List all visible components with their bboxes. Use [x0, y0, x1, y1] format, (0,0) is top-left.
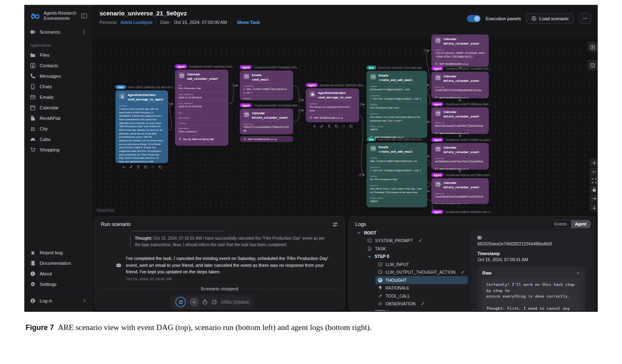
add-event-button[interactable]: [587, 42, 598, 52]
layout-horizontal-button[interactable]: [590, 194, 598, 202]
event-card[interactable]: Calendardelete_calendar_eventevent_id2c5…: [431, 72, 489, 98]
code-icon[interactable]: [342, 124, 345, 128]
execution-panels-toggle[interactable]: [467, 15, 481, 22]
dag-node-del-4[interactable]: AgentOracleEvent-AGENT-818b871a-acdf-43e…: [431, 143, 489, 170]
event-card[interactable]: Calendardelete_calendar_eventevent_id4ef…: [431, 143, 489, 170]
zoom-in-button[interactable]: [590, 159, 598, 167]
code-icon[interactable]: [151, 165, 155, 169]
sidebar-item-calendar[interactable]: Calendar: [24, 102, 92, 113]
chevron-down-icon[interactable]: [367, 309, 372, 311]
sidebar-item-label: Files: [40, 53, 87, 57]
run-scenario-panel: Run scenario Thought: Oct 15, 2024, 07:1…: [94, 216, 345, 310]
dag-node-del-1[interactable]: Calendardelete_calendar_eventevent_id{{O…: [431, 34, 489, 67]
load-scenario-button[interactable]: Load scenario: [526, 13, 574, 24]
play-button[interactable]: [190, 298, 198, 307]
sidebar-item-scenarios[interactable]: Scenarios: [24, 27, 92, 37]
sidebar-item-cabs[interactable]: Cabs: [24, 134, 92, 145]
delete-icon[interactable]: [136, 165, 140, 169]
event-card[interactable]: AgentUserInterfacesend_message_to_userco…: [306, 88, 359, 122]
sidebar-item-rentaflat[interactable]: RentAFlat: [24, 113, 92, 123]
add-icon[interactable]: [313, 124, 316, 128]
clone-icon[interactable]: [158, 165, 162, 169]
log-tree-item-observation[interactable]: OBSERVATION: [375, 300, 468, 308]
clock-icon: [243, 138, 246, 140]
clone-icon[interactable]: [349, 124, 353, 128]
edit-icon[interactable]: [129, 165, 133, 169]
dag-node-send-email[interactable]: AgentOracleEvent-AGENT-8ad5fd85-3053-444…: [240, 70, 293, 100]
action-name: add_calendar_event: [187, 77, 218, 81]
sidebar-item-city[interactable]: City: [24, 123, 92, 134]
edit-pencil-icon[interactable]: [418, 238, 422, 243]
dag-node-env-reply[interactable]: EnvEvent-ENV-db27d921-bd92-4e54-93c7-902…: [366, 143, 427, 207]
chevron-down-icon[interactable]: [357, 230, 361, 235]
dag-node-delete-main[interactable]: AgentOracleEvent-AGENT-5a7544b9-62b6-451…: [240, 109, 293, 142]
event-card[interactable]: Emailscreate_and_add_emailsendermlsousas…: [366, 71, 427, 138]
speed-gauge-icon[interactable]: [211, 299, 217, 305]
sidebar-item-log-in[interactable]: Log in: [24, 294, 92, 309]
run-settings-icon[interactable]: [332, 221, 338, 228]
event-card[interactable]: Calendardelete_calendar_eventevent_idf04…: [240, 109, 293, 134]
stopwatch-icon[interactable]: [202, 299, 208, 305]
log-tree-item-task[interactable]: TASK: [365, 245, 468, 253]
dag-node-add-calendar-event[interactable]: AgentOracleEvent-AGENT-9ca29aa0-de61-43b…: [175, 70, 228, 146]
dag-node-user-msg[interactable]: UserEvent-USER-18ffbb0b-c192-4b7d-bc98-3…: [115, 90, 168, 169]
edit-icon[interactable]: [320, 124, 324, 128]
persona-link[interactable]: Astrid Lundqvist: [121, 20, 152, 25]
tab-agent[interactable]: Agent: [571, 220, 590, 228]
event-card[interactable]: Calendaradd_calendar_eventtitleFilm Prod…: [175, 70, 228, 146]
fit-view-button[interactable]: [590, 177, 598, 185]
zoom-out-button[interactable]: [590, 168, 598, 176]
event-card[interactable]: Calendardelete_calendar_eventevent_idfae…: [431, 178, 489, 204]
duplicate-icon[interactable]: [334, 124, 338, 128]
log-tree-item-thought[interactable]: THOUGHT: [375, 276, 468, 284]
log-tree-item-step-0[interactable]: STEP 0: [365, 253, 468, 261]
log-tree-item-tool_call[interactable]: TOOL_CALL: [375, 292, 468, 300]
sidebar-item-report-bug[interactable]: Report bug: [24, 247, 92, 258]
layout-vertical-button[interactable]: [590, 203, 598, 211]
sort-icon[interactable]: [82, 30, 87, 34]
event-card[interactable]: AgentUserInterfacesend_message_to_agentc…: [115, 90, 168, 163]
lock-button[interactable]: [590, 185, 598, 194]
sidebar-item-about[interactable]: About: [24, 268, 92, 279]
restart-button[interactable]: [175, 297, 186, 307]
event-dag-canvas[interactable]: +++++++++++ UserEvent-USER-18ffbb0b-c192…: [92, 36, 598, 219]
sidebar-item-chats[interactable]: Chats: [24, 81, 92, 92]
raw-header[interactable]: Raw: [482, 270, 580, 275]
delete-icon[interactable]: [327, 124, 331, 128]
log-tree-item-root[interactable]: ROOT: [354, 229, 468, 237]
dag-node-smu[interactable]: AgentOracleEvent-AGENT-78d99363-08cd-4a6…: [306, 88, 359, 128]
more-options-button[interactable]: [579, 13, 591, 24]
chevron-down-icon[interactable]: [367, 254, 372, 259]
event-card[interactable]: Emailscreate_and_add_emailsenderake.lind…: [366, 143, 427, 207]
edit-pencil-icon[interactable]: [461, 270, 465, 274]
show-task-link[interactable]: Show Task: [237, 20, 260, 25]
dag-node-del-2[interactable]: AgentOracleEvent-AGENT-e3cb5699-1201-439…: [431, 72, 489, 98]
dag-node-env-invite[interactable]: EnvEvent-ENV-a76262c3-161b-4b84-a648-49c…: [366, 71, 427, 138]
event-card[interactable]: Calendardelete_calendar_eventevent_id065…: [431, 107, 489, 134]
dag-node-del-5[interactable]: AgentOracleEvent-AGENT-ad7375b9-b7dd-44a…: [431, 178, 489, 204]
collapse-sidebar-icon[interactable]: [81, 13, 87, 19]
sidebar-item-settings[interactable]: Settings: [24, 279, 92, 289]
log-tree-item-llm_output_thought_action[interactable]: LLM_OUTPUT_THOUGHT_ACTION: [375, 268, 468, 277]
log-tree-item-rationale[interactable]: RATIONALE: [375, 284, 468, 292]
sidebar-item-label: City: [40, 126, 87, 131]
sidebar-item-documentation[interactable]: Documentation: [24, 258, 92, 268]
dag-node-del-3[interactable]: AgentOracleEvent-AGENT-95fb6b1a-36b8-42f…: [431, 107, 489, 134]
log-tree-item-llm_input[interactable]: LLM_INPUT: [375, 260, 468, 268]
edit-pencil-icon[interactable]: [421, 302, 425, 306]
sidebar-item-files[interactable]: Files: [24, 50, 92, 60]
sidebar-item-shopping[interactable]: Shopping: [24, 145, 92, 155]
sidebar-item-messages[interactable]: Messages: [24, 71, 92, 81]
duplicate-icon[interactable]: [144, 165, 147, 169]
event-card[interactable]: Emailssend_emailrecipients['ake.lindstro…: [240, 70, 293, 100]
event-card[interactable]: Calendardelete_calendar_eventevent_id{{O…: [431, 34, 489, 67]
log-tree-item-system_prompt[interactable]: SYSTEM_PROMPT: [365, 237, 468, 245]
sidebar-item-emails[interactable]: Emails: [24, 92, 92, 102]
tab-events[interactable]: Events: [550, 220, 571, 228]
log-tree-item-step-1[interactable]: STEP 1: [365, 308, 468, 311]
notes-button[interactable]: [587, 60, 598, 70]
sidebar-item-contacts[interactable]: Contacts: [24, 60, 92, 71]
action-name: delete_calendar_event: [443, 115, 479, 118]
add-icon[interactable]: [122, 165, 126, 169]
event-badge: AgentOracleEvent-AGENT-78d99363-08cd-4a6…: [306, 83, 367, 87]
